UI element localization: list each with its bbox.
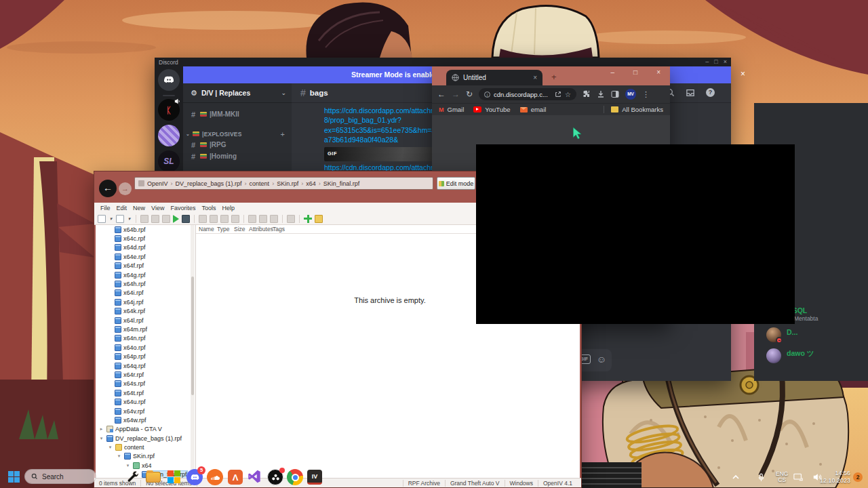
- column-header-type[interactable]: Type: [217, 226, 229, 232]
- chrome-close-button[interactable]: ×: [656, 68, 660, 76]
- side-panel-icon[interactable]: [611, 90, 619, 98]
- run-import-icon[interactable]: [173, 215, 179, 223]
- taskbar-app-file-explorer[interactable]: [146, 469, 162, 485]
- menu-view[interactable]: View: [151, 205, 164, 211]
- profile-avatar[interactable]: MV: [625, 89, 636, 100]
- chevron-collapsed-icon[interactable]: ▸: [98, 426, 104, 432]
- menu-edit[interactable]: Edit: [117, 205, 127, 211]
- taskbar-app-microsoft-store[interactable]: [166, 469, 182, 485]
- notification-badge[interactable]: 2: [853, 472, 863, 482]
- inbox-icon[interactable]: [686, 89, 695, 97]
- copy-icon[interactable]: [199, 215, 207, 223]
- taskbar-app-openiv-app[interactable]: IV: [307, 469, 323, 485]
- open-file-icon[interactable]: [116, 215, 124, 223]
- server-icon-sl[interactable]: SL: [158, 150, 180, 172]
- extract-icon[interactable]: [248, 215, 256, 223]
- breadcrumb-segment[interactable]: content: [250, 180, 270, 187]
- tree-item[interactable]: x64r.rpf: [96, 370, 195, 379]
- tree-item[interactable]: x64s.rpf: [96, 380, 195, 388]
- tree-item[interactable]: x64v.rpf: [96, 407, 195, 415]
- forward-icon[interactable]: →: [452, 89, 460, 99]
- share-icon[interactable]: [555, 91, 561, 98]
- new-folder-icon[interactable]: [315, 215, 323, 223]
- tree-item[interactable]: x64d.rpf: [96, 243, 195, 252]
- back-icon[interactable]: ←: [437, 89, 446, 99]
- tree-scrollbar[interactable]: [191, 225, 195, 478]
- channel-category[interactable]: ⌄|EXPLOSIVES+: [183, 129, 292, 139]
- tree-node[interactable]: ▾SKin.rpf: [96, 452, 195, 461]
- rename-icon[interactable]: [220, 215, 229, 223]
- column-header-size[interactable]: Size: [234, 226, 245, 232]
- menu-tools[interactable]: Tools: [201, 205, 216, 211]
- tree-item[interactable]: x64f.rpf: [96, 262, 195, 270]
- tab-close-icon[interactable]: ×: [533, 74, 537, 81]
- breadcrumb-segment[interactable]: OpenIV: [147, 180, 168, 187]
- channel-item[interactable]: #|MM-MKII: [183, 108, 292, 120]
- tree-node[interactable]: ▾content: [96, 443, 195, 451]
- replace-icon[interactable]: [259, 215, 267, 223]
- discord-home-button[interactable]: [158, 69, 180, 91]
- tree-item[interactable]: x64h.rpf: [96, 279, 195, 288]
- language-indicator[interactable]: ENGCS: [776, 466, 788, 488]
- tree-item[interactable]: x64l.rpf: [96, 316, 195, 325]
- taskbar-app-autodesk-a[interactable]: Λ: [227, 469, 243, 485]
- chrome-menu-icon[interactable]: ⋮: [642, 90, 650, 99]
- discord-maximize-button[interactable]: □: [714, 58, 717, 66]
- redo-icon[interactable]: [151, 215, 159, 223]
- column-header-attributes[interactable]: Attributes: [249, 226, 273, 232]
- tree-item[interactable]: x64t.rpf: [96, 388, 195, 397]
- column-header-name[interactable]: Name: [199, 226, 214, 232]
- taskbar-app-soundcloud[interactable]: [207, 469, 223, 485]
- microphone-icon[interactable]: [758, 466, 764, 488]
- menu-favorites[interactable]: Favorites: [170, 205, 195, 211]
- tree-item[interactable]: x64u.rpf: [96, 397, 195, 406]
- emoji-picker-icon[interactable]: ☺: [597, 354, 606, 364]
- banner-close-icon[interactable]: ×: [741, 69, 745, 79]
- taskbar-app-wrench-tool[interactable]: [125, 469, 142, 485]
- new-file-icon[interactable]: [98, 215, 106, 223]
- cast-screen-icon[interactable]: [793, 466, 803, 488]
- taskbar-app-discord-app[interactable]: 5: [186, 469, 203, 485]
- tree-item[interactable]: x64c.rpf: [96, 234, 195, 243]
- paste-icon[interactable]: [210, 215, 218, 223]
- server-header[interactable]: ⚙ D/V | Replaces ⌄: [183, 83, 292, 103]
- breadcrumb-segment[interactable]: x64: [306, 180, 316, 187]
- server-icon-kobra[interactable]: ᛕ: [158, 99, 180, 121]
- menu-file[interactable]: File: [100, 205, 111, 211]
- extensions-icon[interactable]: [583, 90, 591, 98]
- delete-icon[interactable]: [231, 215, 239, 223]
- breadcrumb-segment[interactable]: DV_replace_bags (1).rpf: [176, 180, 242, 187]
- channel-item[interactable]: #|Homing: [183, 150, 292, 162]
- server-icon-striped[interactable]: [158, 125, 180, 146]
- channel-item[interactable]: #|RPG: [183, 139, 292, 150]
- bookmark-email[interactable]: email: [520, 106, 547, 113]
- member-item[interactable]: D...: [754, 326, 868, 346]
- start-button[interactable]: [8, 471, 20, 483]
- taskbar-app-chrome-app[interactable]: [287, 469, 303, 485]
- discord-minimize-button[interactable]: –: [705, 58, 709, 66]
- chevron-expanded-icon[interactable]: ▾: [98, 436, 104, 441]
- new-tab-button[interactable]: +: [551, 72, 557, 82]
- tree-item[interactable]: x64w.rpf: [96, 415, 195, 424]
- chevron-expanded-icon[interactable]: ▾: [116, 453, 122, 459]
- undo-icon[interactable]: [140, 215, 149, 223]
- tree-item[interactable]: x64m.rpf: [96, 325, 195, 333]
- scrollbar-thumb[interactable]: [191, 277, 194, 395]
- open-file-menu-icon[interactable]: ▾: [127, 215, 132, 223]
- member-item[interactable]: dawo ツ: [754, 347, 868, 367]
- help-icon[interactable]: ?: [706, 88, 715, 97]
- site-info-icon[interactable]: i: [484, 92, 490, 98]
- refresh-icon[interactable]: [287, 215, 295, 223]
- chrome-maximize-button[interactable]: □: [633, 68, 637, 76]
- tree-item[interactable]: x64j.rpf: [96, 298, 195, 306]
- tree-item[interactable]: x64g.rpf: [96, 270, 195, 279]
- all-bookmarks-button[interactable]: All Bookmarks: [604, 106, 663, 113]
- save-archive-icon[interactable]: [182, 215, 190, 223]
- properties-icon[interactable]: [270, 215, 278, 223]
- tree-item[interactable]: x64k.rpf: [96, 307, 195, 316]
- chrome-minimize-button[interactable]: –: [611, 68, 615, 76]
- new-file-menu-icon[interactable]: ▾: [108, 215, 113, 223]
- bookmark-youtube[interactable]: YouTube: [473, 106, 510, 113]
- bookmark-star-icon[interactable]: ☆: [565, 91, 571, 98]
- taskbar-search[interactable]: Search: [24, 469, 96, 484]
